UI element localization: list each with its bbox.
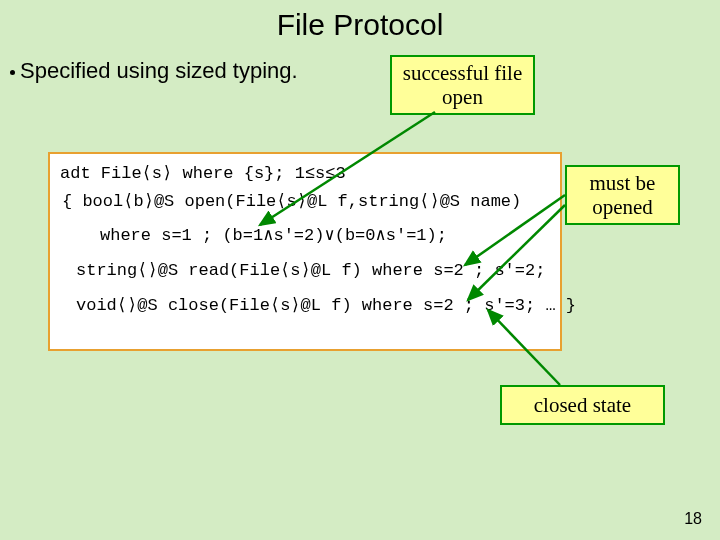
code-line-1: adt File⟨s⟩ where {s}; 1≤s≤3 [60,162,346,183]
callout-must-be-opened: must be opened [565,165,680,225]
code-line-2: { bool⟨b⟩@S open(File⟨s⟩@L f,string⟨⟩@S … [62,190,521,211]
code-line-3: where s=1 ; (b=1∧s′=2)∨(b=0∧s′=1); [100,224,447,245]
slide-title: File Protocol [0,0,720,42]
code-box: adt File⟨s⟩ where {s}; 1≤s≤3 { bool⟨b⟩@S… [48,152,562,351]
bullet-marker [10,70,15,75]
callout-closed-state: closed state [500,385,665,425]
code-line-5: void⟨⟩@S close(File⟨s⟩@L f) where s=2 ; … [76,294,576,315]
page-number: 18 [684,510,702,528]
code-line-4: string⟨⟩@S read(File⟨s⟩@L f) where s=2 ;… [76,259,545,280]
bullet-text: Specified using sized typing. [20,58,298,84]
callout-successful-open: successful file open [390,55,535,115]
